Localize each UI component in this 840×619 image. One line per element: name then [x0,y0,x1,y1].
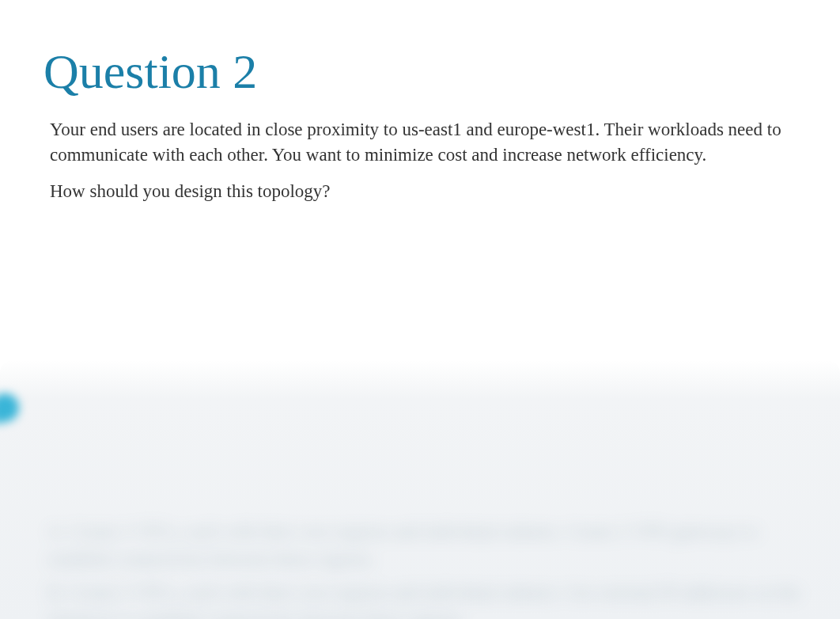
answer-option-b: B. Create 2 VPCs, each with their own re… [47,579,824,619]
brand-icon [0,393,22,425]
question-prompt-text: How should you design this topology? [44,179,796,204]
answer-option-a: A. Create 2 VPCs, each with their own re… [47,518,824,573]
blurred-answer-options: A. Create 2 VPCs, each with their own re… [47,518,824,619]
locked-content-overlay: A. Create 2 VPCs, each with their own re… [0,360,840,619]
question-title: Question 2 [44,44,796,100]
question-scenario-text: Your end users are located in close prox… [44,117,796,168]
